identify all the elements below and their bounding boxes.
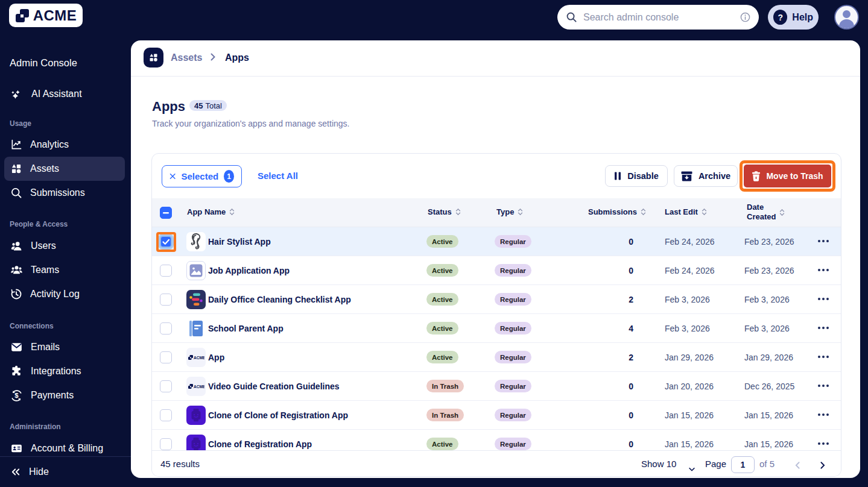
svg-text:$: $ bbox=[14, 392, 19, 399]
svg-text:ACME: ACME bbox=[194, 385, 204, 389]
svg-text:ACME: ACME bbox=[194, 356, 204, 360]
